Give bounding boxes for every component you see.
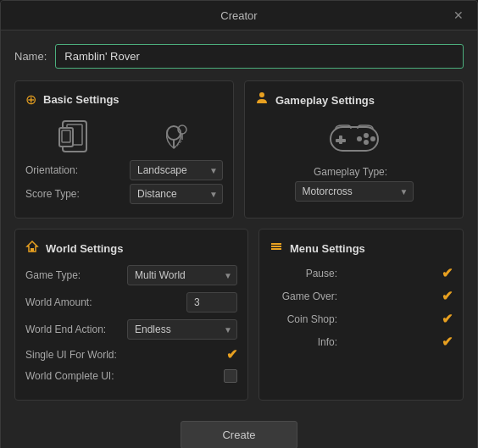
bottom-row: Create xyxy=(14,411,464,448)
coin-shop-check[interactable]: ✔ xyxy=(442,311,453,327)
world-settings-title: World Settings xyxy=(46,242,123,255)
game-over-check[interactable]: ✔ xyxy=(442,288,453,304)
world-end-action-select-wrapper: Endless Loop Stop ▼ xyxy=(127,319,237,340)
orientation-icon-item xyxy=(54,116,95,157)
game-type-label: Game Type: xyxy=(25,269,127,281)
world-complete-row: World Complete UI: xyxy=(25,369,237,383)
world-amount-label: World Amount: xyxy=(25,296,127,308)
top-sections-row: ⊕ Basic Settings xyxy=(14,80,464,218)
gameplay-settings-box: Gameplay Settings xyxy=(244,80,464,218)
create-button[interactable]: Create xyxy=(181,421,297,448)
basic-settings-box: ⊕ Basic Settings xyxy=(14,80,234,218)
orientation-select[interactable]: Landscape Portrait xyxy=(130,160,223,180)
score-type-select[interactable]: Distance Points Time xyxy=(130,184,223,204)
svg-point-13 xyxy=(357,136,362,141)
world-end-action-select[interactable]: Endless Loop Stop xyxy=(127,319,237,340)
svg-rect-9 xyxy=(336,139,346,142)
orientation-label: Orientation: xyxy=(25,164,93,176)
world-complete-checkbox[interactable] xyxy=(224,369,237,383)
gameplay-settings-icon xyxy=(255,91,269,108)
coin-shop-row: Coin Shop: ✔ xyxy=(270,311,453,327)
hamburger-icon xyxy=(270,240,283,253)
svg-point-11 xyxy=(370,136,375,141)
svg-point-10 xyxy=(364,133,369,138)
menu-settings-title: Menu Settings xyxy=(290,242,365,255)
gamepad-icon xyxy=(324,117,385,158)
score-type-field-row: Score Type: Distance Points Time ▼ xyxy=(25,184,223,204)
game-over-row: Game Over: ✔ xyxy=(270,288,453,304)
house-icon xyxy=(25,240,39,253)
svg-rect-17 xyxy=(271,246,281,247)
game-type-row: Game Type: Multi World Single World Endl… xyxy=(25,265,237,285)
gameplay-type-select[interactable]: Motorcross Runner Platformer Shooter xyxy=(295,181,414,202)
basic-icons-row xyxy=(25,116,223,157)
svg-rect-18 xyxy=(271,248,281,250)
single-ui-row: Single UI For World: ✔ xyxy=(25,346,237,362)
gameplay-type-select-wrapper: Motorcross Runner Platformer Shooter ▼ xyxy=(295,181,414,202)
name-row: Name: xyxy=(14,44,464,69)
world-complete-label: World Complete UI: xyxy=(25,370,127,382)
score-type-label: Score Type: xyxy=(25,188,93,200)
basic-settings-title: Basic Settings xyxy=(43,93,119,106)
orientation-icon xyxy=(54,116,95,157)
svg-rect-16 xyxy=(271,243,281,245)
gameplay-type-row: Gameplay Type: xyxy=(314,166,394,178)
info-check[interactable]: ✔ xyxy=(442,334,453,350)
svg-point-6 xyxy=(259,92,264,97)
world-settings-box: World Settings Game Type: Multi World Si… xyxy=(14,229,248,401)
world-amount-input[interactable] xyxy=(186,292,237,312)
name-label: Name: xyxy=(14,50,47,63)
creator-window: Creator ✕ Name: ⊕ Basic Settings xyxy=(0,0,478,448)
name-input[interactable] xyxy=(55,44,464,69)
world-settings-header: World Settings xyxy=(25,240,237,257)
basic-settings-icon: ⊕ xyxy=(25,91,36,108)
menu-settings-box: Menu Settings Pause: ✔ Game Over: ✔ Coin… xyxy=(258,229,464,401)
menu-settings-icon xyxy=(270,240,283,257)
score-type-icon xyxy=(153,116,194,157)
info-row: Info: ✔ xyxy=(270,334,453,350)
world-end-action-label: World End Action: xyxy=(25,324,127,335)
game-type-select[interactable]: Multi World Single World Endless xyxy=(127,265,237,285)
coin-shop-label: Coin Shop: xyxy=(270,313,337,325)
svg-rect-15 xyxy=(31,248,34,252)
single-ui-check[interactable]: ✔ xyxy=(226,346,237,362)
person-icon xyxy=(255,91,269,105)
orientation-field-row: Orientation: Landscape Portrait ▼ xyxy=(25,160,223,180)
menu-settings-header: Menu Settings xyxy=(270,240,453,257)
gameplay-type-label: Gameplay Type: xyxy=(314,166,387,178)
orientation-select-wrapper: Landscape Portrait ▼ xyxy=(130,160,223,180)
pause-row: Pause: ✔ xyxy=(270,265,453,281)
gameplay-type-fields: Gameplay Type: Motorcross Runner Platfor… xyxy=(255,166,453,202)
world-amount-row: World Amount: xyxy=(25,292,237,312)
score-type-select-wrapper: Distance Points Time ▼ xyxy=(130,184,223,204)
close-button[interactable]: ✕ xyxy=(450,8,467,23)
window-title: Creator xyxy=(28,9,450,22)
pause-label: Pause: xyxy=(270,268,337,279)
pause-check[interactable]: ✔ xyxy=(442,265,453,281)
basic-settings-header: ⊕ Basic Settings xyxy=(25,91,223,108)
title-bar: Creator ✕ xyxy=(1,1,477,30)
gameplay-settings-header: Gameplay Settings xyxy=(255,91,453,108)
world-settings-icon xyxy=(25,240,39,257)
single-ui-label: Single UI For World: xyxy=(25,349,127,361)
window-content: Name: ⊕ Basic Settings xyxy=(1,30,477,448)
world-end-action-row: World End Action: Endless Loop Stop ▼ xyxy=(25,319,237,340)
svg-point-12 xyxy=(364,140,369,145)
info-label: Info: xyxy=(270,336,337,348)
game-type-select-wrapper: Multi World Single World Endless ▼ xyxy=(127,265,237,285)
gameplay-settings-title: Gameplay Settings xyxy=(275,94,375,107)
game-over-label: Game Over: xyxy=(270,290,337,302)
bottom-sections-row: World Settings Game Type: Multi World Si… xyxy=(14,229,464,401)
score-type-icon-item xyxy=(153,116,194,157)
gamepad-icon-container xyxy=(255,117,453,158)
